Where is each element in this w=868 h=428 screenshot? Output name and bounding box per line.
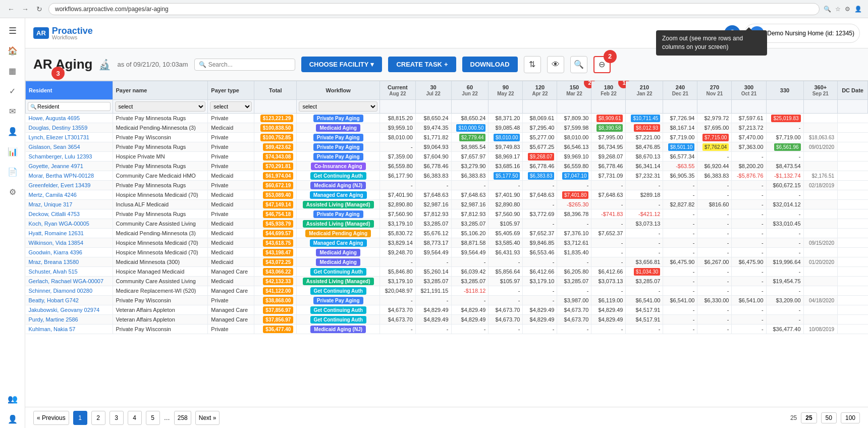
resident-cell[interactable]: Schamberger, Lulu 12393 — [26, 152, 113, 162]
resident-filter[interactable]: 🔍 Resident — [28, 102, 111, 111]
total-cell: $100,752.85 — [254, 133, 297, 142]
col-payer-name: Payer name — [113, 81, 208, 100]
profile-icon: 👤 — [854, 6, 862, 13]
resident-cell[interactable]: Howe, Augusta 4695 — [26, 114, 113, 123]
create-task-button[interactable]: CREATE TASK + — [388, 57, 456, 72]
download-button[interactable]: DOWNLOAD — [462, 57, 518, 72]
resident-cell[interactable]: Purdy, Martine 2586 — [26, 315, 113, 325]
resident-cell[interactable]: Deckow, Citlalli 4753 — [26, 209, 113, 219]
table-row[interactable]: Goyette, Jeanne 4971 Private Pay Minneso… — [26, 162, 868, 171]
col-resident: Resident — [26, 81, 113, 100]
sidebar-dashboard[interactable]: ▦ — [4, 62, 22, 80]
table-row[interactable]: Gerlach, Rachael WGA-00007 Community Car… — [26, 277, 868, 286]
resident-cell[interactable]: Greenfelder, Evert 13439 — [26, 181, 113, 190]
browser-reload-btn[interactable]: ↻ — [34, 4, 44, 14]
dc-date-cell — [803, 229, 838, 238]
col-payer-type: Payer type — [208, 81, 254, 100]
col-30: 30Jul 22 — [415, 81, 451, 100]
resident-cell[interactable]: Goyette, Jeanne 4971 — [26, 162, 113, 171]
sidebar-tasks[interactable]: ✓ — [4, 82, 22, 100]
resident-cell[interactable]: Hyatt, Romaine 12631 — [26, 229, 113, 238]
resident-cell[interactable]: Schinner, Diamond 00280 — [26, 286, 113, 296]
page-4-button[interactable]: 4 — [128, 411, 142, 425]
table-row[interactable]: Mraz, Breana 13580 Medicaid Minnesota (3… — [26, 257, 868, 267]
sort-button[interactable]: ⇅ — [524, 56, 541, 73]
table-row[interactable]: Goodwin, Kiarra 4396 Hospice Minnesota M… — [26, 248, 868, 257]
payer-type-cell: Medicaid — [208, 238, 254, 248]
prev-page-button[interactable]: « Previous — [33, 411, 69, 425]
page-2-button[interactable]: 2 — [91, 411, 105, 425]
page-size-50[interactable]: 50 — [821, 412, 837, 423]
sidebar-user-settings[interactable]: 👤 — [4, 410, 22, 428]
table-row[interactable]: Mertz, Camila 4246 Hospice Minnesota Med… — [26, 190, 868, 200]
workflow-filter[interactable]: select — [299, 101, 377, 112]
table-row[interactable]: Douglas, Destiny 13559 Medicaid Pending-… — [26, 123, 868, 133]
sidebar-home[interactable]: 🏠 — [4, 41, 22, 60]
table-row[interactable]: Hyatt, Romaine 12631 Medicaid Pending-Mi… — [26, 229, 868, 238]
sidebar-documents[interactable]: 📄 — [4, 163, 22, 181]
page-1-button[interactable]: 1 — [73, 411, 87, 425]
resident-cell[interactable]: Wilkinson, Vida 13854 — [26, 238, 113, 248]
resident-cell[interactable]: Gislason, Sean 3654 — [26, 142, 113, 152]
browser-back-btn[interactable]: ← — [6, 4, 16, 14]
resident-cell[interactable]: Jakubowski, Geovany 02974 — [26, 305, 113, 315]
total-cell: $36,477.40 — [254, 325, 297, 334]
sidebar-inbox[interactable]: ✉ — [4, 102, 22, 120]
table-row[interactable]: Schinner, Diamond 00280 Medicare Replace… — [26, 286, 868, 296]
page-size-25[interactable]: 25 — [801, 412, 817, 423]
table-row[interactable]: Kuhlman, Nakia 57 Private Pay Wisconsin … — [26, 325, 868, 334]
table-row[interactable]: Wilkinson, Vida 13854 Hospice Minnesota … — [26, 238, 868, 248]
table-row[interactable]: Lynch, Eliezer LT301731 Private Pay Wisc… — [26, 133, 868, 142]
choose-facility-button[interactable]: CHOOSE FACILITY ▾ — [301, 57, 383, 72]
table-container[interactable]: Resident Payer name Payer type Total Wor… — [25, 81, 868, 407]
table-row[interactable]: Beatty, Hobart G742 Private Pay Wisconsi… — [26, 296, 868, 305]
total-cell: $89,423.62 — [254, 142, 297, 152]
sidebar-settings[interactable]: ⚙ — [4, 183, 22, 201]
browser-forward-btn[interactable]: → — [20, 4, 30, 14]
table-row[interactable]: Greenfelder, Evert 13439 Private Pay Min… — [26, 181, 868, 190]
table-row[interactable]: Mraz, Unique 317 Inclusa ALF Medicaid Me… — [26, 200, 868, 209]
resident-cell[interactable]: Douglas, Destiny 13559 — [26, 123, 113, 133]
resident-cell[interactable]: Schuster, Alvah 515 — [26, 267, 113, 277]
resident-cell[interactable]: Goodwin, Kiarra 4396 — [26, 248, 113, 257]
resident-cell[interactable]: Beatty, Hobart G742 — [26, 296, 113, 305]
resident-cell[interactable]: Mraz, Unique 317 — [26, 200, 113, 209]
resident-cell[interactable]: Morar, Bertha WPN-00128 — [26, 171, 113, 181]
resident-cell[interactable]: Mraz, Breana 13580 — [26, 257, 113, 267]
payer-name-filter[interactable]: select — [115, 101, 206, 112]
hide-columns-button[interactable]: 👁 — [547, 56, 564, 73]
table-row[interactable]: Howe, Augusta 4695 Private Pay Minnesota… — [26, 114, 868, 123]
table-row[interactable]: Jakubowski, Geovany 02974 Veteran Affair… — [26, 305, 868, 315]
payer-type-filter[interactable]: select — [210, 101, 252, 112]
payer-name-cell: Hospice Private MN — [113, 152, 208, 162]
sidebar-reports[interactable]: 📊 — [4, 142, 22, 161]
sidebar-toggle[interactable]: ☰ — [6, 22, 20, 39]
resident-cell[interactable]: Lynch, Eliezer LT301731 — [26, 133, 113, 142]
table-row[interactable]: Gislason, Sean 3654 Private Pay Minnesot… — [26, 142, 868, 152]
payer-type-cell: Private — [208, 181, 254, 190]
sidebar-users[interactable]: 👥 — [4, 390, 22, 408]
resident-cell[interactable]: Kuhlman, Nakia 57 — [26, 325, 113, 334]
page-size-100[interactable]: 100 — [841, 412, 860, 423]
page-3-button[interactable]: 3 — [110, 411, 124, 425]
payer-type-cell: Managed Care — [208, 305, 254, 315]
sidebar-residents[interactable]: 👤 — [4, 122, 22, 140]
payer-type-cell: Medicaid — [208, 277, 254, 286]
col-total: Total — [254, 81, 297, 100]
search-input[interactable] — [208, 61, 291, 68]
resident-cell[interactable]: Gerlach, Rachael WGA-00007 — [26, 277, 113, 286]
table-row[interactable]: Morar, Bertha WPN-00128 Community Care M… — [26, 171, 868, 181]
table-row[interactable]: Purdy, Martine 2586 Veteran Affairs Appl… — [26, 315, 868, 325]
next-page-button[interactable]: Next » — [195, 411, 220, 425]
page-258-button[interactable]: 258 — [174, 411, 191, 425]
table-row[interactable]: Schuster, Alvah 515 Hospice Managed Medi… — [26, 267, 868, 277]
workflow-cell: Private Pay Aging — [297, 114, 380, 123]
table-row[interactable]: Deckow, Citlalli 4753 Private Pay Minnes… — [26, 209, 868, 219]
resident-cell[interactable]: Koch, Ryan WGA-00005 — [26, 219, 113, 229]
page-5-button[interactable]: 5 — [146, 411, 160, 425]
search-bar[interactable]: 🔍 — [194, 59, 295, 71]
table-row[interactable]: Schamberger, Lulu 12393 Hospice Private … — [26, 152, 868, 162]
resident-cell[interactable]: Mertz, Camila 4246 — [26, 190, 113, 200]
zoom-in-button[interactable]: 🔍 — [570, 56, 587, 73]
table-row[interactable]: Koch, Ryan WGA-00005 Community Care Assi… — [26, 219, 868, 229]
